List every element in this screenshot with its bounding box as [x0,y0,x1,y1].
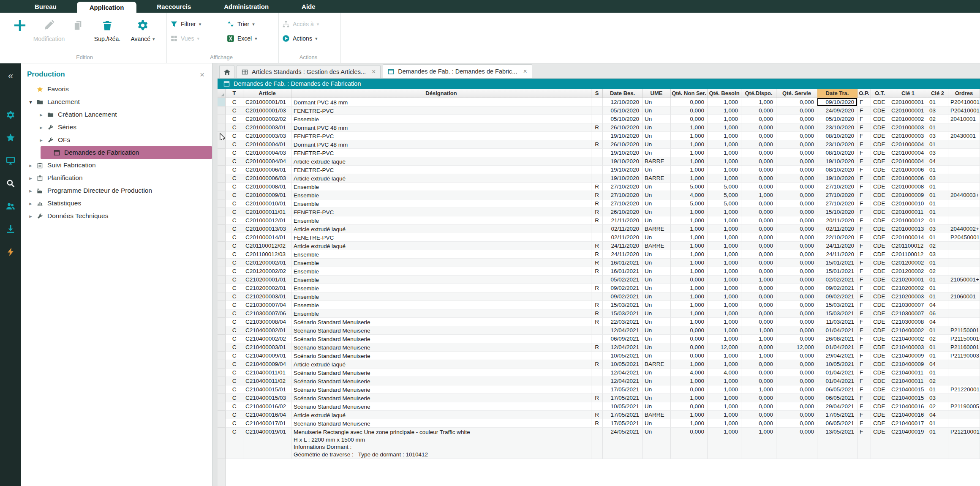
cell-qte_servie[interactable]: 0,000 [776,149,817,157]
cell-qte_non_ser[interactable]: 1,000 [671,174,708,183]
cell-cle1[interactable]: C201000003 [889,132,927,140]
cell-s[interactable]: R [591,394,603,402]
cell-article[interactable]: C201000001/01 [243,98,291,106]
cell-cle2[interactable]: 04 [927,157,948,166]
row-selector[interactable] [218,318,226,326]
cell-op[interactable]: F [858,411,871,419]
row-selector[interactable] [218,166,226,174]
table-row[interactable]: CC201000006/03Article extrudé laqué19/10… [218,174,980,183]
row-selector[interactable] [218,385,226,394]
cell-designation[interactable]: Ensemble [291,191,591,199]
cell-date_bes[interactable]: 17/05/2021 [603,394,642,402]
excel-button[interactable]: Excel ▾ [227,35,272,42]
menu-item-aide[interactable]: Aide [289,0,328,13]
cell-t[interactable]: C [226,149,243,157]
cell-qte_besoin[interactable]: 1,000 [708,284,741,292]
cell-qte_besoin[interactable]: 1,000 [708,132,741,140]
cell-op[interactable]: F [858,157,871,166]
cell-ordres[interactable] [948,216,980,225]
cell-t[interactable]: C [226,318,243,326]
tree-item-creation-lancement[interactable]: ▸Création Lancement [21,108,212,121]
row-selector[interactable] [218,369,226,377]
cell-t[interactable]: C [226,225,243,233]
cell-qte_servie[interactable]: 0,000 [776,267,817,276]
cell-date_bes[interactable]: 24/11/2020 [603,242,642,250]
cell-date_tra[interactable]: 15/01/2021 [817,267,858,276]
row-selector[interactable] [218,140,226,149]
cell-article[interactable]: C210400015/03 [243,394,291,402]
tab-demandes-de-fab-demandes-de-fabric[interactable]: Demandes de Fab. : Demandes de Fabric...… [383,64,532,78]
cell-date_tra[interactable]: 05/10/2020 [817,115,858,123]
cell-article[interactable]: C201000012/01 [243,216,291,225]
cell-op[interactable]: F [858,326,871,335]
cell-cle2[interactable]: 01 [927,259,948,267]
row-selector[interactable] [218,242,226,250]
cell-qte_servie[interactable]: 0,000 [776,183,817,191]
cell-cle1[interactable]: C210400019 [889,428,927,459]
cell-date_tra[interactable]: 08/10/2020 [817,166,858,174]
select-all-corner[interactable] [218,89,226,98]
cell-date_bes[interactable]: 19/10/2020 [603,149,642,157]
cell-ot[interactable]: CDE [871,318,889,326]
cell-cle2[interactable]: 01 [927,352,948,360]
cell-article[interactable]: C201000003/01 [243,123,291,132]
row-selector[interactable] [218,98,226,106]
cell-date_bes[interactable]: 16/01/2021 [603,259,642,267]
cell-qte_dispo[interactable]: 0,000 [741,301,776,309]
cell-article[interactable]: C201200002/02 [243,267,291,276]
cell-s[interactable] [591,352,603,360]
cell-qte_non_ser[interactable]: 1,000 [671,309,708,318]
cell-qte_dispo[interactable]: 0,000 [741,284,776,292]
cell-t[interactable]: C [226,250,243,259]
cell-qte_dispo[interactable]: 0,000 [741,216,776,225]
cell-qte_servie[interactable]: 0,000 [776,132,817,140]
cell-cle2[interactable]: 01 [927,385,948,394]
row-selector[interactable] [218,149,226,157]
cell-ume[interactable]: BARRE [642,174,671,183]
cell-qte_servie[interactable]: 0,000 [776,233,817,242]
cell-ot[interactable]: CDE [871,284,889,292]
table-row[interactable]: CC210400011/02Scénario Standard Menuiser… [218,377,980,385]
cell-qte_dispo[interactable]: 1,000 [741,352,776,360]
cell-cle2[interactable]: 04 [927,360,948,369]
cell-cle2[interactable]: 01 [927,428,948,459]
cell-qte_besoin[interactable]: 1,000 [708,225,741,233]
cell-qte_servie[interactable]: 0,000 [776,106,817,115]
cell-ot[interactable]: CDE [871,208,889,216]
cell-qte_besoin[interactable]: 1,000 [708,123,741,132]
cell-s[interactable]: R [591,419,603,428]
cell-date_tra[interactable]: 19/10/2020 [817,157,858,166]
cell-date_tra[interactable]: 22/10/2020 [817,233,858,242]
cell-designation[interactable]: Ensemble [291,309,591,318]
cell-op[interactable]: F [858,149,871,157]
cell-ordres[interactable]: 21060001 [948,292,980,301]
cell-date_bes[interactable]: 22/03/2021 [603,318,642,326]
cell-ot[interactable]: CDE [871,309,889,318]
cell-qte_dispo[interactable]: 0,000 [741,157,776,166]
cell-cle2[interactable]: 02 [927,335,948,343]
cell-op[interactable]: F [858,208,871,216]
cell-s[interactable] [591,335,603,343]
cell-t[interactable]: C [226,394,243,402]
cell-ume[interactable]: Un [642,115,671,123]
cell-date_tra[interactable]: 24/11/2020 [817,250,858,259]
cell-cle2[interactable]: 01 [927,199,948,208]
cell-ordres[interactable] [948,242,980,250]
cell-op[interactable]: F [858,115,871,123]
cell-qte_non_ser[interactable]: 5,000 [671,183,708,191]
cell-date_bes[interactable]: 12/10/2020 [603,98,642,106]
cell-cle1[interactable]: C210400011 [889,369,927,377]
row-selector[interactable] [218,250,226,259]
cell-t[interactable]: C [226,309,243,318]
cell-ume[interactable]: Un [642,140,671,149]
row-selector[interactable] [218,394,226,402]
cell-op[interactable]: F [858,276,871,284]
cell-article[interactable]: C201000009/01 [243,191,291,199]
expander-expanded-icon[interactable]: ▾ [27,99,34,105]
cell-ot[interactable]: CDE [871,411,889,419]
cell-ordres[interactable]: 21050001+ [948,276,980,284]
cell-article[interactable]: C201000011/01 [243,208,291,216]
cell-date_bes[interactable]: 05/10/2020 [603,106,642,115]
cell-ume[interactable]: Un [642,199,671,208]
cell-article[interactable]: C210400019/01 [243,428,291,459]
